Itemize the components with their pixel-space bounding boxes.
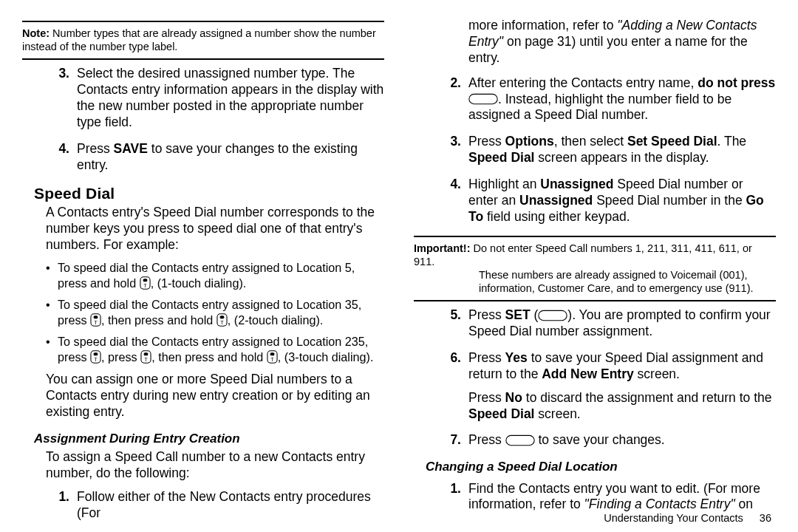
bullet-1: • To speed dial the Contacts entry assig… bbox=[46, 260, 384, 290]
continuation-text: more information, refer to "Adding a New… bbox=[468, 18, 776, 66]
left-column: Note: Number types that are already assi… bbox=[22, 18, 384, 525]
footer-section: Understanding Your Contacts bbox=[604, 512, 743, 524]
bullet-3: • To speed dial the Contacts entry assig… bbox=[46, 334, 384, 364]
note-label: Note: bbox=[22, 27, 50, 39]
rstep-7: 7. Press to save your changes. bbox=[414, 432, 776, 449]
steps-right-2: 5. Press SET (). You are prompted to con… bbox=[414, 307, 776, 449]
heading-changing: Changing a Speed Dial Location bbox=[426, 459, 776, 474]
speed-dial-intro: A Contacts entry's Speed Dial number cor… bbox=[46, 205, 384, 253]
bullet-2: • To speed dial the Contacts entry assig… bbox=[46, 297, 384, 327]
soft-key-icon bbox=[505, 434, 535, 446]
speed-dial-bullets: • To speed dial the Contacts entry assig… bbox=[46, 260, 384, 364]
rule bbox=[22, 58, 384, 60]
rstep-4: 4. Highlight an Unassigned Speed Dial nu… bbox=[414, 177, 776, 225]
note-block: Note: Number types that are already assi… bbox=[22, 25, 384, 55]
rstep-5: 5. Press SET (). You are prompted to con… bbox=[414, 307, 776, 340]
heading-assignment: Assignment During Entry Creation bbox=[34, 431, 384, 446]
page-footer: Understanding Your Contacts 36 bbox=[604, 511, 771, 525]
page-number: 36 bbox=[760, 512, 771, 524]
chg-step-1: 1. Find the Contacts entry you want to e… bbox=[414, 481, 776, 514]
num-key-icon bbox=[267, 350, 278, 364]
steps-right-1: 2. After entering the Contacts entry nam… bbox=[414, 75, 776, 225]
right-column: more information, refer to "Adding a New… bbox=[414, 18, 776, 525]
num-key-icon bbox=[140, 276, 151, 290]
rstep-2: 2. After entering the Contacts entry nam… bbox=[414, 75, 776, 124]
num-key-icon bbox=[90, 350, 101, 364]
num-key-icon bbox=[90, 313, 101, 327]
rstep-6: 6. Press Yes to save your Speed Dial ass… bbox=[414, 350, 776, 423]
rule bbox=[414, 236, 776, 237]
rule bbox=[22, 21, 384, 22]
num-key-icon bbox=[216, 313, 228, 327]
step-3: 3. Select the desired unassigned number … bbox=[22, 66, 384, 131]
num-key-icon bbox=[140, 350, 151, 364]
assignment-steps: 1. Follow either of the New Contacts ent… bbox=[22, 489, 384, 522]
assignment-para: To assign a Speed Call number to a new C… bbox=[46, 449, 384, 482]
changing-steps: 1. Find the Contacts entry you want to e… bbox=[414, 481, 776, 514]
important-label: Important!: bbox=[414, 242, 471, 254]
steps-left-1: 3. Select the desired unassigned number … bbox=[22, 66, 384, 173]
rule bbox=[414, 300, 776, 301]
step-4: 4. Press SAVE to save your changes to th… bbox=[22, 141, 384, 174]
important-block: Important!: Do not enter Speed Call numb… bbox=[414, 240, 776, 298]
soft-key-icon bbox=[538, 310, 567, 321]
rstep-3: 3. Press Options, then select Set Speed … bbox=[414, 134, 776, 166]
assign-step-1: 1. Follow either of the New Contacts ent… bbox=[22, 489, 384, 522]
step-3-text: Select the desired unassigned number typ… bbox=[77, 66, 384, 131]
heading-speed-dial: Speed Dial bbox=[34, 184, 384, 203]
speed-dial-para2: You can assign one or more Speed Dial nu… bbox=[46, 372, 384, 420]
note-text: Number types that are already assigned a… bbox=[22, 27, 376, 52]
soft-key-icon bbox=[468, 93, 498, 105]
